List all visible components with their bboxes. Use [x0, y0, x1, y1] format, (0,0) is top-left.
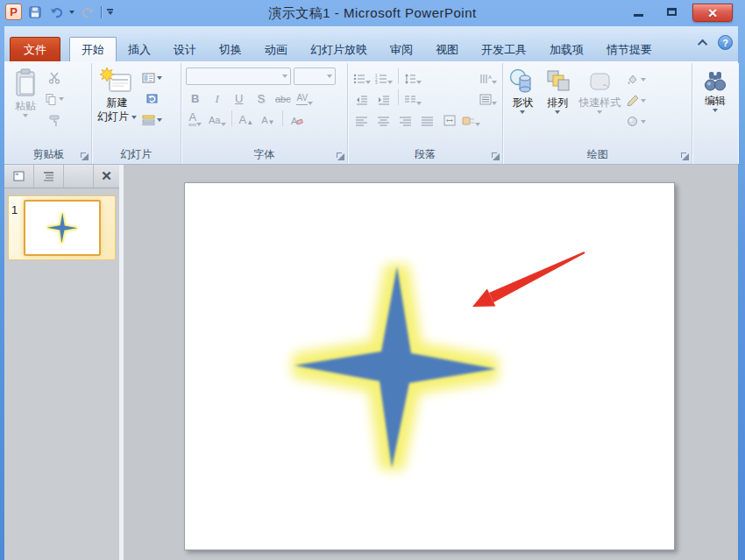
copy-button[interactable] — [43, 89, 66, 108]
align-text-icon — [479, 94, 492, 105]
tab-addins[interactable]: 加载项 — [538, 39, 595, 61]
format-painter-button[interactable] — [43, 110, 66, 129]
columns-button[interactable] — [403, 89, 422, 106]
section-button[interactable] — [140, 110, 164, 129]
align-text-button[interactable] — [479, 89, 498, 106]
smartart-button[interactable] — [462, 110, 481, 127]
text-direction-button[interactable]: A — [479, 67, 498, 85]
star-shape[interactable] — [294, 266, 496, 468]
character-spacing-button[interactable]: AV — [295, 89, 315, 106]
tab-home[interactable]: 开始 — [69, 37, 117, 61]
tab-slideshow[interactable]: 幻灯片放映 — [299, 39, 379, 61]
font-name-combo[interactable] — [186, 67, 291, 85]
group-font: B I U S abc AV A Aa A▲ A▼ — [181, 63, 348, 164]
close-button[interactable]: ✕ — [692, 4, 733, 22]
close-panel-button[interactable]: ✕ — [93, 165, 119, 188]
bullets-button[interactable] — [352, 67, 372, 85]
group-label-paragraph: 段落 — [348, 147, 503, 162]
tab-insert[interactable]: 插入 — [117, 39, 162, 61]
font-dialog-launcher[interactable] — [337, 152, 344, 160]
drawing-dialog-launcher[interactable] — [681, 152, 689, 160]
group-clipboard: 粘贴 — [6, 63, 92, 164]
justify-icon — [422, 117, 434, 126]
reset-icon — [145, 93, 159, 104]
close-icon: ✕ — [101, 168, 112, 184]
file-button[interactable]: 文件 — [10, 37, 60, 61]
increase-font-button[interactable]: A▲ — [237, 110, 256, 127]
shapes-icon — [508, 67, 536, 96]
text-direction-icon: A — [479, 74, 492, 84]
shapes-button[interactable]: 形状 — [505, 66, 540, 148]
powerpoint-window: P — [0, 0, 745, 560]
paste-button[interactable]: 粘贴 — [8, 66, 43, 148]
tab-review[interactable]: 审阅 — [379, 39, 424, 61]
slides-view-tab[interactable] — [4, 165, 34, 188]
arrange-icon — [543, 67, 571, 96]
slides-view-icon — [13, 171, 25, 181]
font-color-button[interactable]: A — [186, 110, 205, 127]
increase-indent-button[interactable] — [374, 89, 394, 106]
help-button[interactable]: ? — [718, 35, 733, 50]
layout-icon — [142, 73, 155, 83]
arrange-button[interactable]: 排列 — [540, 66, 575, 148]
align-right-button[interactable] — [396, 110, 415, 127]
paste-icon — [11, 67, 39, 99]
outline-view-tab[interactable] — [34, 165, 64, 188]
shape-effects-icon — [626, 116, 639, 127]
outline-view-icon — [43, 171, 54, 181]
group-slides: 新建 幻灯片 — [92, 63, 181, 164]
slide-canvas[interactable] — [184, 182, 675, 550]
slide-thumbnail-row[interactable]: 1 — [8, 195, 116, 260]
underline-button[interactable]: U — [230, 89, 249, 106]
align-center-button[interactable] — [374, 110, 394, 127]
tab-design[interactable]: 设计 — [162, 39, 208, 61]
group-drawing: 形状 排列 快速样式 — [503, 63, 692, 164]
group-label-clipboard: 剪贴板 — [6, 147, 91, 162]
strikethrough-button[interactable]: abc — [273, 89, 293, 106]
layout-button[interactable] — [140, 68, 164, 87]
columns-icon — [404, 95, 416, 105]
svg-text:3: 3 — [375, 81, 378, 84]
clear-formatting-button[interactable]: A — [287, 110, 307, 127]
new-slide-button[interactable]: 新建 幻灯片 — [94, 66, 140, 148]
clear-formatting-icon: A — [290, 115, 303, 126]
increase-indent-icon — [378, 95, 390, 105]
slide-thumbnail[interactable] — [24, 200, 101, 256]
group-label-drawing: 绘图 — [503, 147, 692, 162]
tab-animations[interactable]: 动画 — [253, 39, 299, 61]
decrease-indent-button[interactable] — [352, 89, 372, 106]
maximize-button[interactable] — [659, 4, 684, 19]
text-shadow-button[interactable]: S — [252, 89, 271, 106]
italic-button[interactable]: I — [208, 89, 227, 106]
group-label-font: 字体 — [181, 147, 347, 162]
editing-button[interactable]: 编辑 — [699, 67, 732, 148]
numbering-button[interactable]: 123 — [374, 67, 394, 85]
bold-button[interactable]: B — [186, 89, 205, 106]
paragraph-dialog-launcher[interactable] — [492, 152, 500, 160]
align-right-icon — [400, 117, 412, 126]
line-spacing-button[interactable] — [403, 67, 422, 85]
work-area: ✕ 1 — [4, 165, 738, 560]
slides-panel-tabs: ✕ — [4, 165, 119, 188]
justify-button[interactable] — [418, 110, 437, 127]
bullets-icon — [353, 74, 365, 84]
format-painter-icon — [48, 114, 60, 126]
shape-outline-button[interactable] — [624, 91, 648, 110]
font-size-combo[interactable] — [294, 67, 336, 85]
quick-styles-button[interactable]: 快速样式 — [575, 66, 624, 148]
align-left-button[interactable] — [352, 110, 372, 127]
cut-button[interactable] — [43, 68, 66, 87]
distributed-button[interactable] — [440, 110, 459, 127]
tab-storyboard[interactable]: 情节提要 — [595, 39, 663, 61]
change-case-button[interactable]: Aa — [208, 110, 227, 127]
minimize-button[interactable] — [626, 4, 650, 19]
tab-view[interactable]: 视图 — [424, 39, 470, 61]
tab-transitions[interactable]: 切换 — [208, 39, 253, 61]
reset-button[interactable] — [140, 89, 164, 108]
clipboard-dialog-launcher[interactable] — [81, 152, 89, 160]
collapse-ribbon-button[interactable] — [698, 39, 707, 48]
shape-fill-button[interactable] — [624, 70, 648, 89]
tab-developer[interactable]: 开发工具 — [470, 39, 538, 61]
decrease-font-button[interactable]: A▼ — [259, 110, 278, 127]
shape-effects-button[interactable] — [624, 112, 648, 131]
